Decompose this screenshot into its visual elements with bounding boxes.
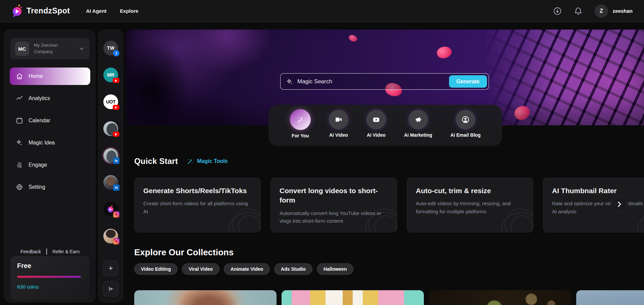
chip-video-editing[interactable]: Video Editing bbox=[134, 263, 178, 275]
facebook-badge-icon: f bbox=[113, 50, 119, 56]
feedback-link[interactable]: Feedback bbox=[20, 249, 41, 254]
main-content: Generate For You Ai Video bbox=[126, 30, 644, 305]
nav-explore[interactable]: Explore bbox=[120, 8, 138, 14]
bell-icon[interactable] bbox=[574, 7, 583, 15]
card-title: Auto-cut, trim & resize bbox=[416, 186, 524, 195]
company-badge: MC bbox=[15, 42, 29, 56]
youtube-badge-icon bbox=[113, 78, 119, 83]
collapse-left-icon bbox=[107, 286, 114, 292]
collapse-rail-button[interactable] bbox=[103, 281, 118, 297]
avatar[interactable]: Z bbox=[595, 4, 608, 18]
category-label: Ai Video bbox=[329, 132, 348, 138]
sidebar-item-label: Engage bbox=[29, 162, 47, 168]
category-ai-video[interactable]: Ai Video bbox=[329, 110, 348, 138]
chip-halloween[interactable]: Halloween bbox=[317, 263, 353, 275]
category-label: Ai Email Blog bbox=[450, 132, 481, 138]
account-youtube[interactable]: UOT bbox=[103, 94, 118, 109]
sidebar-footer-links: Feedback Refer & Earn bbox=[4, 249, 96, 255]
video-thumbnail[interactable] bbox=[134, 290, 277, 305]
category-label: Ai Video bbox=[367, 132, 386, 138]
account-instagram[interactable] bbox=[103, 229, 118, 244]
account-instagram[interactable] bbox=[103, 202, 118, 217]
magic-search-input[interactable] bbox=[293, 78, 449, 85]
chip-ads-studio[interactable]: Ads Studio bbox=[274, 263, 312, 275]
account-facebook[interactable]: TW f bbox=[103, 41, 118, 55]
linkedin-badge-icon: in bbox=[113, 184, 119, 191]
sidebar-item-calendar[interactable]: Calendar bbox=[10, 112, 90, 129]
plan-progress-bar bbox=[17, 276, 81, 278]
person-icon bbox=[456, 110, 475, 129]
instagram-badge-icon bbox=[113, 238, 119, 245]
sidebar-item-analytics[interactable]: Analytics bbox=[10, 90, 90, 107]
video-camera-icon bbox=[329, 110, 348, 129]
scribble-decor bbox=[501, 205, 533, 232]
account-youtube[interactable] bbox=[103, 121, 118, 136]
youtube-badge-icon bbox=[113, 105, 119, 110]
user-menu[interactable]: Z zeeshan bbox=[595, 4, 633, 18]
plan-coins: 630 coins bbox=[17, 284, 83, 290]
card-generate-shorts[interactable]: Generate Shorts/Reels/TikToks Create sho… bbox=[134, 178, 261, 232]
category-for-you[interactable]: For You bbox=[290, 110, 311, 138]
card-ai-thumbnail-rater[interactable]: AI Thumbnail Rater Rate and optimize you… bbox=[543, 178, 644, 232]
company-name: My Zeeshan Company bbox=[34, 42, 69, 55]
account-linkedin[interactable]: in bbox=[103, 175, 118, 190]
chip-viral-video[interactable]: Viral Video bbox=[182, 263, 219, 275]
magic-search-bar[interactable]: Generate bbox=[280, 73, 489, 90]
collection-thumbnails bbox=[134, 290, 644, 305]
sidebar-item-label: Home bbox=[29, 73, 43, 79]
carousel-next-button[interactable] bbox=[610, 195, 628, 213]
account-linkedin[interactable]: in bbox=[103, 148, 118, 163]
top-nav-links: AI Agent Explore bbox=[86, 8, 138, 14]
sidebar: MC My Zeeshan Company Home Analytics bbox=[4, 30, 95, 302]
sidebar-item-home[interactable]: Home bbox=[10, 68, 90, 85]
youtube-badge-icon bbox=[113, 132, 119, 137]
home-icon bbox=[16, 73, 23, 80]
calendar-icon bbox=[16, 117, 23, 124]
scribble-decor bbox=[365, 205, 397, 232]
video-thumbnail[interactable] bbox=[576, 290, 644, 305]
sidebar-item-magic-idea[interactable]: Magic Idea bbox=[10, 134, 90, 151]
magic-idea-icon bbox=[16, 139, 23, 146]
collections-title: Explore Our Collections bbox=[134, 247, 234, 258]
category-ai-email-blog[interactable]: Ai Email Blog bbox=[450, 110, 481, 138]
video-thumbnail[interactable] bbox=[282, 290, 424, 305]
video-thumbnail[interactable] bbox=[429, 290, 571, 305]
analytics-icon bbox=[16, 95, 23, 102]
category-panel: For You Ai Video Ai Video bbox=[268, 105, 502, 146]
social-accounts-rail: TW f MR UOT in in + bbox=[98, 30, 123, 302]
add-account-button[interactable]: + bbox=[103, 261, 118, 276]
megaphone-icon bbox=[408, 110, 428, 129]
youtube-play-icon bbox=[366, 110, 386, 129]
card-title: AI Thumbnail Rater bbox=[552, 186, 644, 195]
category-ai-marketing[interactable]: Ai Marketing bbox=[404, 110, 432, 138]
chevron-right-icon bbox=[615, 200, 623, 208]
scribble-decor bbox=[229, 205, 261, 232]
magic-tools-label: Magic Tools bbox=[197, 158, 228, 164]
card-convert-long-videos[interactable]: Convert long videos to short-form Automa… bbox=[270, 178, 397, 232]
sparkle-icon bbox=[286, 78, 293, 85]
linkedin-badge-icon: in bbox=[113, 158, 119, 164]
divider bbox=[46, 249, 47, 255]
company-selector[interactable]: MC My Zeeshan Company bbox=[10, 38, 90, 59]
brand-logo[interactable]: TrendzSpot bbox=[11, 4, 70, 18]
category-ai-video-youtube[interactable]: Ai Video bbox=[366, 110, 386, 138]
magic-wand-icon bbox=[187, 158, 194, 165]
chip-animate-video[interactable]: Animate Video bbox=[224, 263, 270, 275]
sidebar-item-engage[interactable]: Engage bbox=[10, 156, 90, 174]
account-youtube[interactable]: MR bbox=[103, 68, 118, 82]
card-auto-cut-trim-resize[interactable]: Auto-cut, trim & resize Auto-edit videos… bbox=[407, 178, 533, 232]
collection-chips: Video Editing Viral Video Animate Video … bbox=[134, 263, 353, 275]
refer-earn-link[interactable]: Refer & Earn bbox=[52, 249, 80, 254]
sidebar-item-setting[interactable]: Setting bbox=[10, 178, 90, 196]
quick-start-cards: Generate Shorts/Reels/TikToks Create sho… bbox=[134, 178, 644, 232]
generate-button[interactable]: Generate bbox=[449, 75, 487, 88]
download-icon[interactable] bbox=[553, 7, 562, 15]
plan-card[interactable]: Free 630 coins bbox=[10, 256, 90, 300]
instagram-badge-icon bbox=[113, 211, 119, 218]
setting-icon bbox=[16, 183, 23, 191]
sidebar-item-label: Setting bbox=[29, 184, 45, 190]
magic-tools-link[interactable]: Magic Tools bbox=[187, 158, 228, 165]
nav-ai-agent[interactable]: AI Agent bbox=[86, 8, 106, 14]
card-title: Generate Shorts/Reels/TikToks bbox=[143, 186, 252, 195]
sidebar-item-label: Calendar bbox=[29, 118, 50, 124]
